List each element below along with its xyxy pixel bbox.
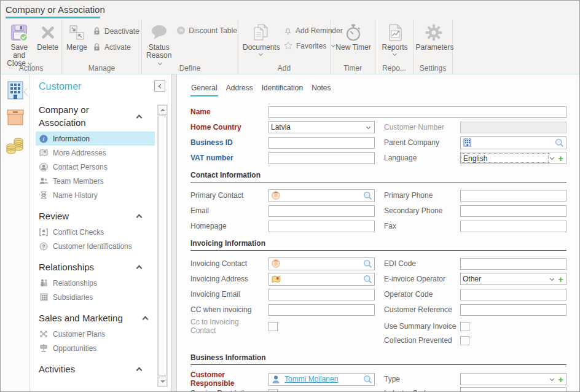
- einvoice-operator-select[interactable]: Other +: [460, 273, 566, 285]
- new-timer-button[interactable]: New Timer: [334, 21, 372, 53]
- search-icon[interactable]: [363, 191, 372, 200]
- dropdown-arrow-icon[interactable]: [366, 124, 370, 128]
- status-reason-button[interactable]: Status Reason: [144, 21, 173, 69]
- nav-item-team-members[interactable]: Team Members: [36, 174, 155, 188]
- title-accent-underline: [6, 17, 100, 18]
- collection-prevented-checkbox[interactable]: [460, 336, 469, 345]
- cc-when-invoicing-input[interactable]: [268, 304, 375, 316]
- language-select[interactable]: English +: [460, 152, 566, 164]
- scrollbar-thumb[interactable]: [159, 116, 167, 376]
- activate-button[interactable]: Activate: [92, 42, 139, 52]
- merge-button[interactable]: Merge: [65, 21, 89, 53]
- operator-code-input[interactable]: [460, 289, 566, 300]
- customers-module-button[interactable]: [6, 80, 25, 100]
- nav-section-sales-and-marketing[interactable]: Sales and Marketing: [39, 312, 153, 324]
- vat-number-input[interactable]: [268, 152, 375, 164]
- scroll-up-button[interactable]: [158, 105, 167, 115]
- edi-code-input[interactable]: [460, 258, 566, 270]
- documents-button[interactable]: Documents: [241, 21, 280, 57]
- industry-code-select[interactable]: +: [460, 387, 566, 391]
- nav-item-conflict-checks[interactable]: Conflict Checks: [36, 225, 155, 239]
- add-new-icon[interactable]: +: [558, 154, 563, 162]
- primary-phone-label: Primary Phone: [384, 191, 460, 200]
- nav-section-label: Relationships: [39, 261, 137, 273]
- nav-scrollbar[interactable]: [157, 104, 168, 387]
- section-business-information: Business Information: [190, 353, 566, 365]
- use-summary-invoice-checkbox[interactable]: [460, 322, 469, 331]
- secondary-phone-input[interactable]: [460, 205, 566, 217]
- nav-section-review[interactable]: Review: [39, 210, 153, 222]
- business-id-input[interactable]: [268, 137, 375, 149]
- add-new-icon[interactable]: +: [558, 390, 563, 392]
- ribbon: Company or Association: [1, 1, 579, 74]
- nav-item-label: Name History: [53, 191, 98, 200]
- dropdown-arrow-icon[interactable]: [550, 276, 554, 280]
- customer-responsible-link[interactable]: Tommi Moilanen: [284, 375, 338, 383]
- tab-notes[interactable]: Notes: [311, 82, 331, 96]
- nav-section-company-or-association[interactable]: Company or Association: [39, 103, 153, 129]
- tab-general[interactable]: General: [190, 82, 218, 96]
- form-row: Home Country Latvia Customer Number: [190, 120, 566, 135]
- deactivate-button[interactable]: Deactivate: [92, 26, 139, 36]
- collapse-panel-button[interactable]: [154, 80, 165, 92]
- service-restriction-checkbox[interactable]: [268, 389, 278, 392]
- search-icon[interactable]: [555, 138, 564, 147]
- dropdown-arrow-icon[interactable]: [550, 390, 554, 391]
- save-and-close-button[interactable]: Save and Close: [3, 21, 35, 69]
- group-label-manage: Manage: [62, 64, 141, 73]
- tab-identification[interactable]: Identification: [261, 82, 304, 96]
- email-input[interactable]: [268, 205, 375, 217]
- customer-reference-input[interactable]: [460, 304, 566, 316]
- name-input[interactable]: [268, 106, 566, 118]
- fax-input[interactable]: [460, 221, 566, 232]
- parameters-button[interactable]: Parameters: [414, 21, 453, 53]
- nav-item-opportunities[interactable]: Opportunities: [36, 341, 155, 355]
- customer-responsible-lookup[interactable]: Tommi Moilanen: [268, 373, 375, 386]
- invoicing-address-lookup[interactable]: [268, 273, 375, 286]
- type-select[interactable]: +: [460, 373, 566, 385]
- ribbon-group-settings: Parameters Settings: [413, 20, 453, 74]
- scroll-down-button[interactable]: [158, 377, 167, 386]
- secondary-phone-label: Secondary Phone: [384, 206, 460, 215]
- reports-button[interactable]: Reports: [380, 21, 409, 57]
- discount-table-button[interactable]: % Discount Table: [176, 26, 237, 35]
- building-grid-icon: [39, 292, 49, 302]
- nav-item-name-history[interactable]: Name History: [36, 188, 155, 202]
- primary-phone-input[interactable]: [460, 190, 566, 202]
- nav-item-label: Conflict Checks: [53, 228, 104, 237]
- nav-section-activities[interactable]: Activities: [39, 363, 153, 375]
- podium-icon: [39, 343, 49, 353]
- primary-contact-lookup[interactable]: [268, 189, 375, 202]
- invoicing-contact-lookup[interactable]: [268, 257, 375, 270]
- search-icon[interactable]: [363, 259, 372, 269]
- nav-section-relationships[interactable]: Relationships: [39, 261, 153, 273]
- report-icon: [386, 23, 404, 42]
- home-country-select[interactable]: Latvia: [268, 121, 375, 133]
- dropdown-arrow-icon[interactable]: [550, 155, 554, 159]
- nav-item-customer-plans[interactable]: Customer Plans: [36, 327, 155, 341]
- nav-item-subsidiaries[interactable]: Subsidiaries: [36, 290, 155, 304]
- parent-company-lookup[interactable]: [460, 136, 566, 149]
- nav-item-more-addresses[interactable]: More Addresses: [36, 146, 155, 160]
- nav-item-customer-identifications[interactable]: ? Customer Identifications: [36, 239, 155, 253]
- tab-address[interactable]: Address: [225, 82, 254, 96]
- group-label-add: Add: [238, 64, 330, 73]
- dropdown-arrow-icon[interactable]: [550, 376, 554, 380]
- nav-item-label: Opportunities: [53, 344, 96, 353]
- form-row: Invoicing Email Operator Code: [190, 287, 566, 302]
- search-icon[interactable]: [363, 375, 372, 384]
- nav-item-relationships[interactable]: Relationships: [36, 276, 155, 290]
- bell-icon: [283, 26, 292, 36]
- add-new-icon[interactable]: +: [558, 375, 563, 383]
- search-icon[interactable]: [363, 275, 372, 284]
- nav-item-label: Contact Persons: [53, 163, 108, 171]
- billing-module-button[interactable]: [5, 135, 26, 155]
- homepage-input[interactable]: [268, 221, 375, 232]
- archive-module-button[interactable]: [6, 108, 25, 127]
- nav-item-contact-persons[interactable]: Contact Persons: [36, 160, 155, 174]
- invoicing-email-input[interactable]: [268, 289, 375, 300]
- add-new-icon[interactable]: +: [558, 275, 563, 283]
- cc-to-invoicing-contact-checkbox[interactable]: [268, 322, 278, 331]
- nav-item-information[interactable]: i Information: [36, 131, 155, 146]
- delete-button[interactable]: Delete: [35, 21, 60, 53]
